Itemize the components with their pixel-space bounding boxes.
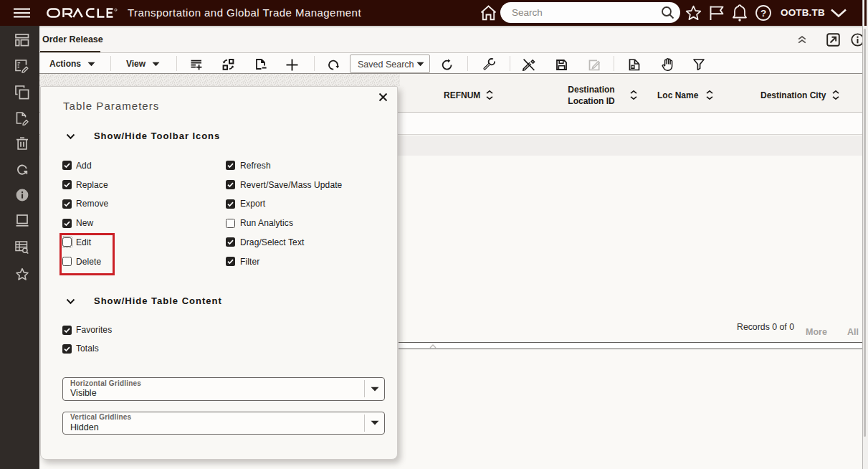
svg-text:?: ?: [760, 8, 766, 19]
